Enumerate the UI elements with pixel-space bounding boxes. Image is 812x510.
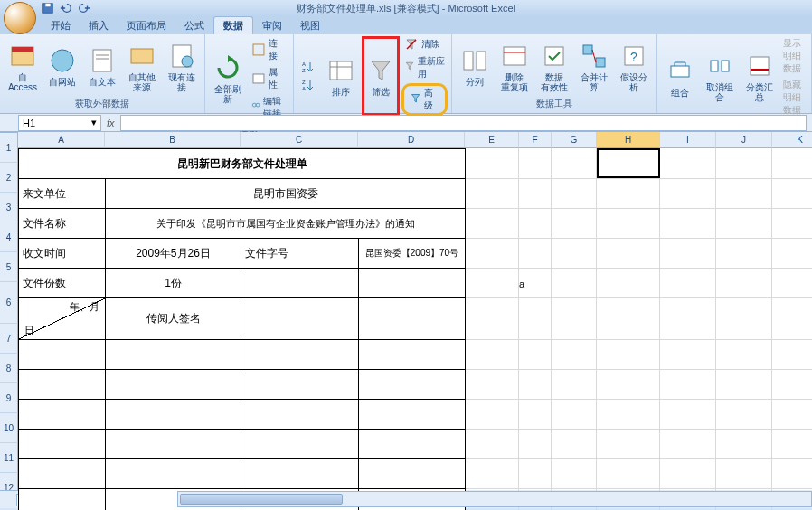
reapply-button[interactable]: 重新应用 (401, 54, 448, 81)
funnel-icon (366, 56, 395, 85)
existing-connections-button[interactable]: 现有连接 (163, 36, 201, 97)
worksheet: 123456789101112 ABCDEFGHIJKL 昆明新巴财务部文件处理… (0, 132, 812, 490)
subtotal-button[interactable]: 分类汇总 (741, 36, 779, 118)
redo-icon[interactable] (78, 2, 90, 14)
tab-start[interactable]: 开始 (42, 17, 80, 34)
ribbon-tabs: 开始 插入 页面布局 公式 数据 审阅 视图 (0, 16, 812, 34)
tab-review[interactable]: 审阅 (253, 17, 291, 34)
advanced-filter-button[interactable]: 高级 (401, 83, 448, 116)
svg-rect-24 (477, 52, 486, 70)
svg-rect-5 (93, 50, 111, 71)
row-header-1[interactable]: 1 (0, 133, 18, 163)
svg-text:A: A (302, 61, 306, 67)
cell-grid[interactable]: 昆明新巴财务部文件处理单 来文单位昆明市国资委 文件名称关于印发《昆明市市属国有… (18, 148, 812, 490)
tab-layout[interactable]: 页面布局 (118, 17, 175, 34)
formula-bar-row: H1▾ fx (0, 114, 812, 132)
svg-rect-27 (545, 47, 563, 65)
from-other-button[interactable]: 自其他来源 (123, 36, 161, 97)
svg-rect-12 (253, 74, 264, 83)
row-header-6[interactable]: 6 (0, 282, 18, 324)
column-header-K[interactable]: K (772, 132, 812, 148)
clear-filter-button[interactable]: 清除 (401, 36, 448, 52)
filter-button[interactable]: 筛选 (362, 36, 400, 116)
group-data-tools: 分列 删除 重复项 数据 有效性 合并计算 ?假设分析 数据工具 (452, 34, 657, 113)
column-header-B[interactable]: B (105, 132, 241, 148)
doc-title: 昆明新巴财务部文件处理单 (19, 149, 466, 179)
svg-point-13 (252, 103, 256, 107)
text-to-columns-button[interactable]: 分列 (456, 36, 494, 97)
row-headers: 123456789101112 (0, 133, 18, 503)
horizontal-scrollbar[interactable] (177, 491, 812, 507)
svg-text:A: A (302, 86, 306, 91)
svg-rect-19 (330, 61, 352, 80)
office-button[interactable] (4, 2, 36, 34)
data-validation-button[interactable]: 数据 有效性 (535, 36, 573, 97)
column-header-H[interactable]: H (597, 132, 660, 148)
svg-rect-25 (504, 47, 525, 65)
quick-access-toolbar (42, 2, 90, 14)
from-text-button[interactable]: 自文本 (83, 36, 121, 97)
column-header-D[interactable]: D (358, 132, 465, 148)
connections-button[interactable]: 连接 (249, 36, 289, 63)
sort-desc-button[interactable]: ZA (297, 77, 320, 93)
row-header-5[interactable]: 5 (0, 252, 18, 282)
svg-rect-23 (464, 52, 473, 70)
formula-bar[interactable] (120, 115, 807, 131)
column-header-A[interactable]: A (18, 132, 105, 148)
title-bar: 财务部文件处理单.xls [兼容模式] - Microsoft Excel (0, 0, 812, 16)
column-header-F[interactable]: F (519, 132, 552, 148)
sort-asc-button[interactable]: AZ (297, 59, 320, 75)
svg-rect-3 (12, 47, 33, 52)
name-box[interactable]: H1▾ (18, 115, 101, 131)
svg-rect-28 (583, 45, 592, 54)
row-header-9[interactable]: 9 (0, 383, 18, 413)
undo-icon[interactable] (60, 2, 72, 14)
what-if-button[interactable]: ?假设分析 (615, 36, 653, 97)
properties-button[interactable]: 属性 (249, 65, 289, 92)
row-header-4[interactable]: 4 (0, 222, 18, 252)
tab-formula[interactable]: 公式 (175, 17, 213, 34)
column-header-G[interactable]: G (552, 132, 597, 148)
svg-rect-33 (711, 61, 718, 71)
svg-text:?: ? (630, 50, 637, 64)
svg-rect-11 (253, 44, 264, 55)
refresh-all-button[interactable]: 全部刷新 (209, 36, 247, 121)
fx-icon[interactable]: fx (107, 118, 115, 128)
consolidate-button[interactable]: 合并计算 (575, 36, 613, 97)
active-cell[interactable] (597, 148, 660, 178)
column-header-I[interactable]: I (660, 132, 716, 148)
document-table: 昆明新巴财务部文件处理单 来文单位昆明市国资委 文件名称关于印发《昆明市市属国有… (18, 148, 466, 510)
svg-rect-34 (722, 61, 729, 71)
svg-text:Z: Z (302, 80, 306, 85)
svg-rect-32 (671, 66, 689, 77)
group-button[interactable]: 组合 (661, 36, 699, 118)
from-access-button[interactable]: 自 Access (4, 36, 42, 97)
svg-rect-29 (596, 58, 605, 67)
row-header-2[interactable]: 2 (0, 163, 18, 193)
svg-text:Z: Z (302, 68, 306, 73)
column-headers: ABCDEFGHIJKL (18, 132, 812, 148)
ungroup-button[interactable]: 取消组合 (701, 36, 739, 118)
row-header-7[interactable]: 7 (0, 324, 18, 354)
tab-data[interactable]: 数据 (213, 16, 253, 34)
group-external-data: 自 Access 自网站 自文本 自其他来源 现有连接 获取外部数据 (0, 34, 205, 113)
tab-view[interactable]: 视图 (291, 17, 329, 34)
group-outline: 组合 取消组合 分类汇总 显示明细数据 隐藏明细数据 分级显示 (657, 34, 812, 113)
group-sort-filter: AZ ZA 排序 筛选 清除 重新应用 高级 排序和筛选 (294, 34, 452, 113)
tab-insert[interactable]: 插入 (80, 17, 118, 34)
from-web-button[interactable]: 自网站 (43, 36, 81, 97)
svg-point-10 (182, 56, 193, 67)
row-header-10[interactable]: 10 (0, 413, 18, 443)
remove-duplicates-button[interactable]: 删除 重复项 (496, 36, 533, 97)
save-icon[interactable] (42, 2, 54, 14)
group-connections: 全部刷新 连接 属性 编辑链接 连接 (205, 34, 294, 113)
cell-f5: a (519, 279, 524, 289)
column-header-E[interactable]: E (465, 132, 519, 148)
row-header-11[interactable]: 11 (0, 443, 18, 473)
svg-rect-8 (131, 49, 153, 63)
sort-button[interactable]: 排序 (322, 36, 360, 116)
row-header-8[interactable]: 8 (0, 354, 18, 383)
column-header-J[interactable]: J (716, 132, 772, 148)
column-header-C[interactable]: C (241, 132, 358, 148)
row-header-3[interactable]: 3 (0, 193, 18, 222)
